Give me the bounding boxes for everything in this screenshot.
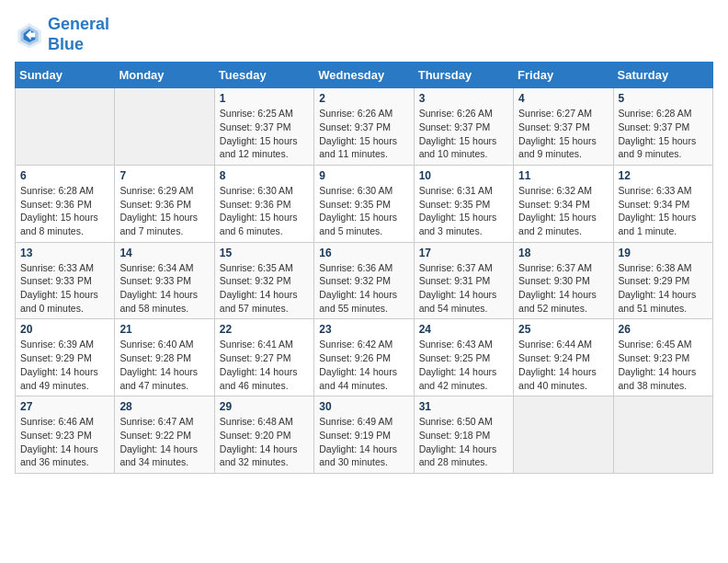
calendar-week-2: 6Sunrise: 6:28 AM Sunset: 9:36 PM Daylig…	[16, 165, 713, 242]
calendar-cell: 10Sunrise: 6:31 AM Sunset: 9:35 PM Dayli…	[414, 165, 513, 242]
calendar-cell: 31Sunrise: 6:50 AM Sunset: 9:18 PM Dayli…	[414, 396, 513, 474]
day-number: 23	[319, 323, 408, 336]
day-number: 12	[619, 169, 708, 182]
calendar-cell: 7Sunrise: 6:29 AM Sunset: 9:36 PM Daylig…	[115, 165, 214, 242]
calendar-cell: 12Sunrise: 6:33 AM Sunset: 9:34 PM Dayli…	[613, 165, 712, 242]
logo-icon	[15, 20, 44, 50]
calendar-cell: 26Sunrise: 6:45 AM Sunset: 9:23 PM Dayli…	[613, 319, 712, 396]
day-number: 19	[619, 247, 708, 259]
calendar-header: SundayMondayTuesdayWednesdayThursdayFrid…	[16, 63, 713, 88]
day-number: 17	[419, 247, 508, 259]
calendar-cell: 17Sunrise: 6:37 AM Sunset: 9:31 PM Dayli…	[414, 242, 513, 319]
day-info: Sunrise: 6:44 AM Sunset: 9:24 PM Dayligh…	[518, 338, 608, 392]
calendar-cell	[115, 88, 214, 166]
day-info: Sunrise: 6:46 AM Sunset: 9:23 PM Dayligh…	[20, 415, 109, 469]
day-number: 26	[619, 323, 708, 336]
day-info: Sunrise: 6:43 AM Sunset: 9:25 PM Dayligh…	[419, 338, 508, 392]
day-number: 31	[419, 400, 508, 413]
day-header-saturday: Saturday	[613, 63, 712, 88]
day-info: Sunrise: 6:40 AM Sunset: 9:28 PM Dayligh…	[119, 338, 209, 392]
day-number: 11	[518, 169, 608, 182]
day-number: 1	[220, 92, 309, 105]
day-number: 16	[319, 247, 408, 259]
day-info: Sunrise: 6:38 AM Sunset: 9:29 PM Dayligh…	[619, 261, 708, 316]
day-number: 5	[619, 92, 708, 105]
day-number: 15	[220, 247, 309, 259]
day-number: 25	[518, 323, 608, 336]
day-number: 10	[419, 169, 508, 182]
calendar-cell: 5Sunrise: 6:28 AM Sunset: 9:37 PM Daylig…	[613, 88, 712, 166]
calendar-cell: 13Sunrise: 6:33 AM Sunset: 9:33 PM Dayli…	[16, 242, 115, 319]
calendar-cell: 2Sunrise: 6:26 AM Sunset: 9:37 PM Daylig…	[314, 88, 414, 166]
calendar-cell: 23Sunrise: 6:42 AM Sunset: 9:26 PM Dayli…	[314, 319, 414, 396]
calendar-cell: 1Sunrise: 6:25 AM Sunset: 9:37 PM Daylig…	[214, 88, 313, 166]
day-info: Sunrise: 6:30 AM Sunset: 9:35 PM Dayligh…	[319, 184, 408, 238]
day-number: 14	[119, 247, 209, 259]
calendar-table: SundayMondayTuesdayWednesdayThursdayFrid…	[15, 62, 713, 474]
calendar-cell: 18Sunrise: 6:37 AM Sunset: 9:30 PM Dayli…	[514, 242, 613, 319]
day-info: Sunrise: 6:26 AM Sunset: 9:37 PM Dayligh…	[419, 107, 508, 161]
day-number: 9	[319, 169, 408, 182]
day-header-friday: Friday	[514, 63, 613, 88]
day-number: 6	[20, 169, 109, 182]
day-number: 24	[419, 323, 508, 336]
day-info: Sunrise: 6:47 AM Sunset: 9:22 PM Dayligh…	[119, 415, 209, 469]
calendar-cell: 3Sunrise: 6:26 AM Sunset: 9:37 PM Daylig…	[414, 88, 513, 166]
calendar-week-5: 27Sunrise: 6:46 AM Sunset: 9:23 PM Dayli…	[16, 396, 713, 474]
day-info: Sunrise: 6:36 AM Sunset: 9:32 PM Dayligh…	[319, 261, 408, 316]
logo: GeneralBlue	[15, 15, 109, 54]
day-info: Sunrise: 6:26 AM Sunset: 9:37 PM Dayligh…	[319, 107, 408, 161]
day-number: 18	[518, 247, 608, 259]
day-info: Sunrise: 6:42 AM Sunset: 9:26 PM Dayligh…	[319, 338, 408, 392]
day-info: Sunrise: 6:34 AM Sunset: 9:33 PM Dayligh…	[119, 261, 209, 316]
calendar-week-1: 1Sunrise: 6:25 AM Sunset: 9:37 PM Daylig…	[16, 88, 713, 166]
day-number: 22	[220, 323, 309, 336]
day-info: Sunrise: 6:45 AM Sunset: 9:23 PM Dayligh…	[619, 338, 708, 392]
day-info: Sunrise: 6:27 AM Sunset: 9:37 PM Dayligh…	[518, 107, 608, 161]
day-info: Sunrise: 6:49 AM Sunset: 9:19 PM Dayligh…	[319, 415, 408, 469]
day-number: 21	[119, 323, 209, 336]
day-info: Sunrise: 6:37 AM Sunset: 9:30 PM Dayligh…	[518, 261, 608, 316]
calendar-cell	[16, 88, 115, 166]
day-number: 7	[119, 169, 209, 182]
day-number: 30	[319, 400, 408, 413]
day-header-thursday: Thursday	[414, 63, 513, 88]
day-info: Sunrise: 6:41 AM Sunset: 9:27 PM Dayligh…	[220, 338, 309, 392]
day-header-monday: Monday	[115, 63, 214, 88]
calendar-cell: 28Sunrise: 6:47 AM Sunset: 9:22 PM Dayli…	[115, 396, 214, 474]
day-number: 3	[419, 92, 508, 105]
calendar-cell	[514, 396, 613, 474]
day-number: 27	[20, 400, 109, 413]
day-number: 20	[20, 323, 109, 336]
day-info: Sunrise: 6:28 AM Sunset: 9:36 PM Dayligh…	[20, 184, 109, 238]
day-number: 8	[220, 169, 309, 182]
calendar-cell: 24Sunrise: 6:43 AM Sunset: 9:25 PM Dayli…	[414, 319, 513, 396]
day-info: Sunrise: 6:50 AM Sunset: 9:18 PM Dayligh…	[419, 415, 508, 469]
day-info: Sunrise: 6:31 AM Sunset: 9:35 PM Dayligh…	[419, 184, 508, 238]
day-info: Sunrise: 6:28 AM Sunset: 9:37 PM Dayligh…	[619, 107, 708, 161]
logo-text: GeneralBlue	[48, 15, 109, 54]
day-info: Sunrise: 6:32 AM Sunset: 9:34 PM Dayligh…	[518, 184, 608, 238]
day-number: 13	[20, 247, 109, 259]
calendar-cell: 30Sunrise: 6:49 AM Sunset: 9:19 PM Dayli…	[314, 396, 414, 474]
day-info: Sunrise: 6:25 AM Sunset: 9:37 PM Dayligh…	[220, 107, 309, 161]
calendar-cell: 27Sunrise: 6:46 AM Sunset: 9:23 PM Dayli…	[16, 396, 115, 474]
calendar-cell: 14Sunrise: 6:34 AM Sunset: 9:33 PM Dayli…	[115, 242, 214, 319]
calendar-cell: 9Sunrise: 6:30 AM Sunset: 9:35 PM Daylig…	[314, 165, 414, 242]
calendar-cell: 21Sunrise: 6:40 AM Sunset: 9:28 PM Dayli…	[115, 319, 214, 396]
calendar-cell: 16Sunrise: 6:36 AM Sunset: 9:32 PM Dayli…	[314, 242, 414, 319]
day-number: 29	[220, 400, 309, 413]
day-header-wednesday: Wednesday	[314, 63, 414, 88]
day-number: 2	[319, 92, 408, 105]
calendar-cell: 22Sunrise: 6:41 AM Sunset: 9:27 PM Dayli…	[214, 319, 313, 396]
day-info: Sunrise: 6:48 AM Sunset: 9:20 PM Dayligh…	[220, 415, 309, 469]
calendar-cell: 4Sunrise: 6:27 AM Sunset: 9:37 PM Daylig…	[514, 88, 613, 166]
calendar-cell: 15Sunrise: 6:35 AM Sunset: 9:32 PM Dayli…	[214, 242, 313, 319]
day-header-tuesday: Tuesday	[214, 63, 313, 88]
calendar-cell: 8Sunrise: 6:30 AM Sunset: 9:36 PM Daylig…	[214, 165, 313, 242]
calendar-cell: 6Sunrise: 6:28 AM Sunset: 9:36 PM Daylig…	[16, 165, 115, 242]
day-info: Sunrise: 6:35 AM Sunset: 9:32 PM Dayligh…	[220, 261, 309, 316]
day-number: 28	[119, 400, 209, 413]
calendar-cell: 25Sunrise: 6:44 AM Sunset: 9:24 PM Dayli…	[514, 319, 613, 396]
calendar-week-3: 13Sunrise: 6:33 AM Sunset: 9:33 PM Dayli…	[16, 242, 713, 319]
